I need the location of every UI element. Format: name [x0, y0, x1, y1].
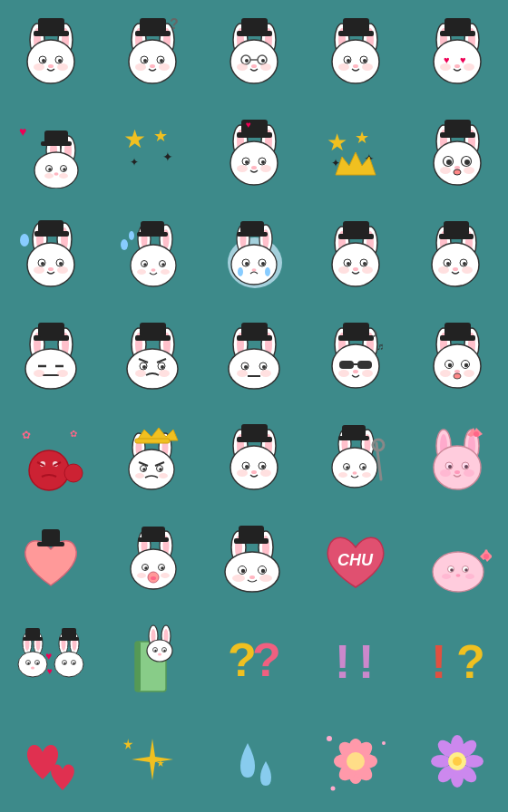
cell-35[interactable]: ! ?	[406, 609, 508, 710]
svg-point-145	[131, 245, 176, 286]
svg-point-351	[161, 573, 170, 578]
svg-point-364	[232, 575, 245, 582]
svg-point-54	[363, 59, 366, 63]
cell-11[interactable]	[0, 203, 102, 304]
svg-point-208	[34, 370, 44, 377]
cell-24[interactable]	[305, 406, 406, 508]
cell-4[interactable]	[305, 0, 406, 102]
svg-point-134	[41, 262, 44, 266]
svg-point-83	[44, 173, 54, 179]
svg-point-367	[433, 552, 484, 592]
svg-point-56	[338, 63, 349, 71]
cell-14[interactable]	[305, 203, 406, 304]
cell-13[interactable]	[203, 203, 305, 304]
svg-point-375	[465, 574, 474, 579]
svg-rect-357	[239, 526, 264, 540]
cell-36[interactable]	[0, 710, 102, 812]
svg-point-368	[484, 554, 489, 559]
cell-33[interactable]: ? ?	[203, 609, 305, 710]
svg-point-120	[454, 166, 460, 169]
svg-rect-215	[140, 323, 166, 337]
cell-20[interactable]	[406, 304, 508, 406]
svg-text:?: ?	[170, 16, 179, 32]
cell-38[interactable]	[203, 710, 305, 812]
svg-point-330	[448, 465, 452, 469]
svg-rect-175	[343, 221, 369, 236]
svg-rect-342	[142, 527, 165, 539]
svg-point-346	[144, 566, 148, 570]
svg-point-153	[137, 269, 146, 275]
svg-point-169	[251, 268, 256, 272]
svg-point-99	[245, 160, 249, 164]
cell-6[interactable]: ♥	[0, 102, 102, 203]
svg-text:♬: ♬	[376, 341, 384, 352]
cell-37[interactable]	[102, 710, 203, 812]
svg-point-13	[57, 63, 68, 71]
cell-3[interactable]	[203, 0, 305, 102]
svg-point-223	[135, 370, 146, 377]
svg-point-11	[48, 64, 54, 68]
cell-1[interactable]	[0, 0, 102, 102]
svg-point-137	[34, 266, 44, 274]
svg-point-24	[160, 59, 163, 63]
cell-17[interactable]	[102, 304, 203, 406]
svg-point-162	[231, 245, 277, 285]
svg-text:!: !	[431, 635, 446, 688]
svg-point-253	[362, 370, 373, 377]
cell-21[interactable]: ✿ ✿	[0, 406, 102, 508]
svg-point-12	[34, 63, 44, 71]
svg-text:★: ★	[153, 127, 168, 145]
svg-rect-311	[342, 425, 366, 438]
svg-point-103	[260, 165, 271, 172]
cell-32[interactable]	[102, 609, 203, 710]
svg-point-50	[332, 40, 379, 83]
svg-point-382	[18, 652, 47, 677]
cell-7[interactable]: ★ ★ ✦ ✦	[102, 102, 203, 203]
cell-25[interactable]	[406, 406, 508, 508]
svg-point-180	[363, 262, 366, 266]
svg-point-102	[237, 165, 248, 172]
svg-point-57	[362, 63, 373, 71]
sticker-grid: ?	[0, 0, 508, 812]
svg-text:★: ★	[327, 129, 347, 156]
cell-18[interactable]	[203, 304, 305, 406]
svg-rect-230	[241, 323, 268, 337]
svg-point-237	[237, 370, 248, 377]
cell-40[interactable]	[406, 710, 508, 812]
cell-12[interactable]	[102, 203, 203, 304]
svg-point-274	[64, 464, 83, 482]
svg-rect-189	[444, 221, 469, 236]
cell-2[interactable]: ?	[102, 0, 203, 102]
cell-34[interactable]: ! !	[305, 609, 406, 710]
svg-rect-76	[44, 130, 68, 143]
svg-point-168	[265, 267, 270, 276]
svg-point-298	[230, 446, 278, 489]
svg-point-412	[158, 653, 161, 656]
cell-30[interactable]	[406, 508, 508, 609]
cell-26[interactable]	[0, 508, 102, 609]
cell-19[interactable]: ♪ ♬	[305, 304, 406, 406]
cell-8[interactable]: ♥	[203, 102, 305, 203]
svg-point-235	[262, 365, 266, 369]
svg-point-23	[143, 59, 147, 63]
cell-15[interactable]	[406, 203, 508, 304]
cell-10[interactable]	[406, 102, 508, 203]
cell-29[interactable]: CHU	[305, 508, 406, 609]
svg-point-182	[338, 266, 349, 274]
svg-point-209	[57, 370, 68, 377]
cell-16[interactable]	[0, 304, 102, 406]
svg-point-410	[154, 650, 156, 652]
svg-point-197	[462, 266, 473, 274]
cell-39[interactable]	[305, 710, 406, 812]
cell-9[interactable]: ★ ★ ✦ ✦	[305, 102, 406, 203]
svg-point-349	[151, 576, 156, 580]
cell-28[interactable]	[203, 508, 305, 609]
svg-point-64	[434, 40, 481, 83]
svg-point-252	[338, 370, 349, 377]
cell-31[interactable]: ♥ ♥	[0, 609, 102, 710]
cell-23[interactable]	[203, 406, 305, 508]
cell-5[interactable]: ♥ ♥	[406, 0, 508, 102]
cell-27[interactable]	[102, 508, 203, 609]
cell-22[interactable]	[102, 406, 203, 508]
svg-rect-393	[62, 628, 76, 639]
